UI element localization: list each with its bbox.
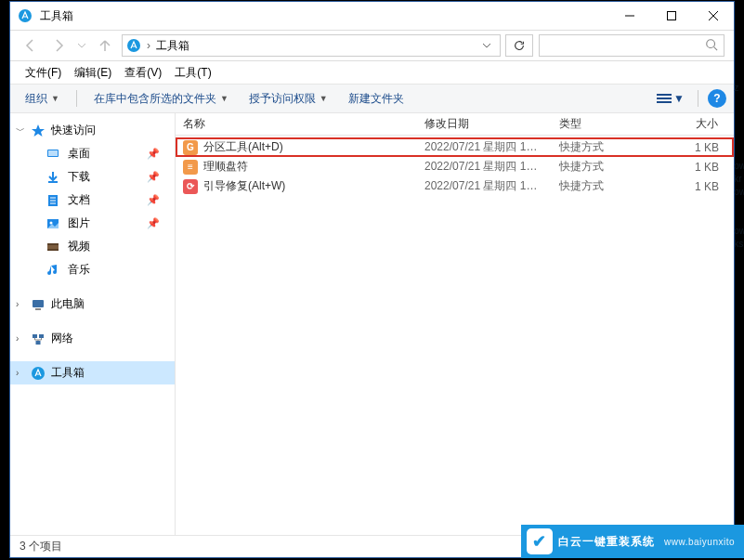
nav-label: 此电脑 [51,296,85,312]
file-row[interactable]: ≡理顺盘符2022/07/21 星期四 1…快捷方式1 KB [176,157,734,176]
caret-down-icon: ▼ [51,94,59,103]
toolbox-icon [31,366,46,381]
pin-icon: 📌 [147,194,160,206]
search-icon [705,38,718,54]
watermark-logo-icon: ✔ [527,528,553,554]
grant-access-button[interactable]: 授予访问权限▼ [241,88,335,110]
recent-locations-button[interactable] [75,34,88,57]
watermark-subtext: www.baiyunxito [664,537,735,547]
nav-item-label: 音乐 [68,262,90,278]
nav-item-document[interactable]: 文档📌 [10,189,175,212]
nav-this-pc[interactable]: › 此电脑 [10,293,175,316]
nav-item-music[interactable]: 音乐 [10,258,175,281]
address-bar[interactable]: › 工具箱 [122,34,501,57]
file-size: 1 KB [661,180,734,193]
expand-icon[interactable]: ﹀ [16,124,25,137]
caret-down-icon: ▼ [220,94,228,103]
refresh-button[interactable] [505,34,533,57]
nav-item-download[interactable]: 下载📌 [10,165,175,189]
nav-quick-access[interactable]: ﹀ 快速访问 [10,119,175,142]
caret-down-icon: ▼ [320,94,328,103]
music-icon [46,263,60,278]
file-type: 快捷方式 [552,178,661,194]
column-name[interactable]: 名称 [176,113,417,135]
forward-button[interactable] [47,34,70,57]
status-text: 3 个项目 [20,539,62,554]
picture-icon [46,216,60,231]
file-row[interactable]: ⟳引导修复(Alt+W)2022/07/21 星期四 1…快捷方式1 KB [176,176,734,196]
expand-icon[interactable]: › [16,299,19,309]
breadcrumb-location[interactable]: 工具箱 [156,38,189,54]
help-button[interactable]: ? [708,89,726,108]
pin-icon: 📌 [147,148,160,160]
menu-file[interactable]: 文件(F) [20,63,67,83]
location-icon [126,38,141,53]
menu-view[interactable]: 查看(V) [119,63,167,83]
navigation-pane: ﹀ 快速访问 桌面📌下载📌文档📌图片📌视频音乐 › 此电脑 › 网络 [10,113,176,535]
column-size[interactable]: 大小 [661,113,734,135]
file-pane: 名称 修改日期 类型 大小 G分区工具(Alt+D)2022/07/21 星期四… [176,113,734,535]
svg-line-7 [714,46,718,50]
svg-rect-23 [33,300,44,307]
nav-item-label: 桌面 [68,146,90,162]
star-icon [31,124,46,138]
new-folder-button[interactable]: 新建文件夹 [341,88,411,110]
maximize-button[interactable] [650,2,692,30]
download-icon [46,170,60,185]
nav-item-video[interactable]: 视频 [10,235,175,258]
app-icon [18,8,33,23]
nav-item-picture[interactable]: 图片📌 [10,212,175,235]
menubar: 文件(F) 编辑(E) 查看(V) 工具(T) [10,61,734,84]
view-options-button[interactable]: ▼ [653,90,688,107]
file-icon: G [183,140,198,155]
search-box[interactable] [539,34,724,57]
computer-icon [31,297,46,312]
toolbar: 组织▼ 在库中包含所选的文件夹▼ 授予访问权限▼ 新建文件夹 ▼ ? [10,84,734,113]
nav-item-desktop[interactable]: 桌面📌 [10,142,175,165]
file-date: 2022/07/21 星期四 1… [417,178,552,194]
organize-button[interactable]: 组织▼ [18,88,67,110]
menu-tools[interactable]: 工具(T) [169,63,216,83]
file-row[interactable]: G分区工具(Alt+D)2022/07/21 星期四 1…快捷方式1 KB [176,137,734,157]
nav-item-label: 图片 [68,215,90,231]
column-type[interactable]: 类型 [552,113,661,135]
titlebar[interactable]: 工具箱 [10,2,734,30]
file-list[interactable]: G分区工具(Alt+D)2022/07/21 星期四 1…快捷方式1 KB≡理顺… [176,136,734,535]
svg-rect-22 [47,249,59,251]
nav-label: 工具箱 [51,365,85,381]
body: ﹀ 快速访问 桌面📌下载📌文档📌图片📌视频音乐 › 此电脑 › 网络 [10,113,734,535]
expand-icon[interactable]: › [16,333,19,344]
pin-icon: 📌 [147,171,160,183]
nav-network[interactable]: › 网络 [10,327,175,350]
nav-toolbox[interactable]: › 工具箱 [10,361,175,384]
explorer-window: 工具箱 › 工具箱 文件(F) 编辑(E) 查看(V) 工具(T) 组织▼ [9,1,735,558]
file-name: 分区工具(Alt+D) [203,139,283,155]
back-button[interactable] [20,34,42,57]
view-icon [657,93,672,104]
address-dropdown-button[interactable] [477,41,496,50]
file-name: 引导修复(Alt+W) [203,178,285,194]
toolbar-separator [76,90,77,107]
menu-edit[interactable]: 编辑(E) [69,63,117,83]
nav-label: 网络 [51,331,73,346]
window-title: 工具箱 [40,8,73,24]
nav-group-quick-access: ﹀ 快速访问 桌面📌下载📌文档📌图片📌视频音乐 [10,119,175,281]
svg-rect-25 [33,334,37,338]
video-icon [46,240,60,254]
breadcrumb-chevron-icon: › [147,39,150,52]
file-date: 2022/07/21 星期四 1… [417,139,552,155]
include-in-library-button[interactable]: 在库中包含所选的文件夹▼ [86,88,236,110]
nav-item-label: 文档 [68,192,90,208]
minimize-button[interactable] [608,2,650,30]
svg-rect-24 [35,308,41,310]
svg-rect-12 [48,150,58,156]
close-button[interactable] [692,2,734,30]
document-icon [46,193,60,208]
watermark: ✔ 白云一键重装系统 www.baiyunxito [521,525,744,558]
column-date[interactable]: 修改日期 [417,113,552,135]
nav-item-label: 视频 [68,239,90,254]
nav-label: 快速访问 [51,123,96,138]
svg-point-6 [707,39,715,47]
up-button[interactable] [94,34,116,57]
expand-icon[interactable]: › [16,368,19,378]
